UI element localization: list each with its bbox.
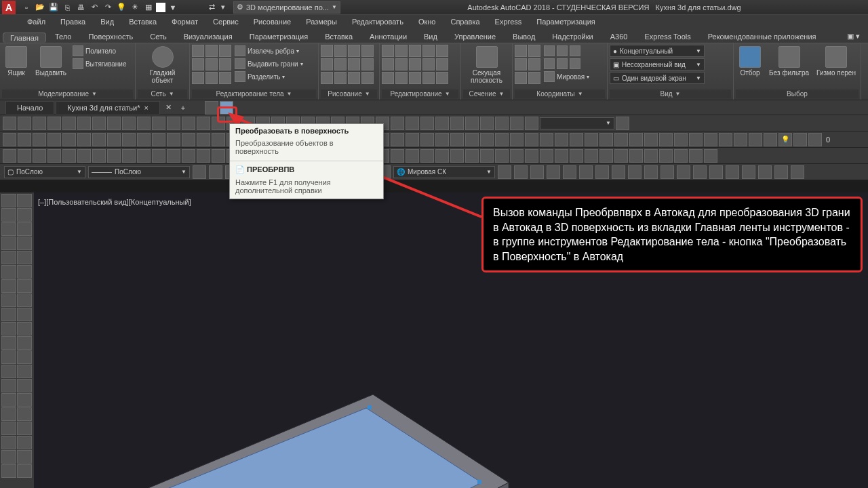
tb-icon[interactable] xyxy=(18,117,31,130)
tb-icon[interactable] xyxy=(644,149,658,163)
draw-tool-icon[interactable] xyxy=(17,222,32,236)
tb-icon[interactable] xyxy=(585,133,598,146)
tb-icon[interactable] xyxy=(167,149,180,163)
draw-tool-icon[interactable] xyxy=(1,208,16,222)
draw-icon[interactable] xyxy=(361,45,374,57)
tb-icon[interactable] xyxy=(212,149,225,163)
tab-insert[interactable]: Вставка xyxy=(317,30,361,43)
menu-modify[interactable]: Редактировать xyxy=(345,16,410,27)
tb-icon[interactable] xyxy=(18,149,31,163)
new-tab-button[interactable]: ✕ xyxy=(161,103,175,112)
draw-tool-icon[interactable] xyxy=(17,237,32,250)
tb-icon[interactable] xyxy=(420,149,434,163)
tb-icon[interactable] xyxy=(791,165,804,179)
tb-icon[interactable] xyxy=(33,149,46,163)
draw-tool-icon[interactable] xyxy=(17,379,32,392)
draw-tool-icon[interactable] xyxy=(1,237,16,250)
tb-icon[interactable] xyxy=(585,149,598,163)
mod-icon[interactable] xyxy=(422,72,435,84)
tb-icon[interactable] xyxy=(704,133,717,146)
draw-tool-icon[interactable] xyxy=(1,450,16,464)
nofilter-button[interactable]: Без фильтра xyxy=(766,45,812,78)
tb-icon[interactable] xyxy=(107,133,121,146)
tb-icon[interactable] xyxy=(167,117,180,130)
tb-icon[interactable] xyxy=(498,165,511,179)
tb-icon[interactable] xyxy=(599,149,613,163)
mod-icon[interactable] xyxy=(422,45,435,57)
qat-new-icon[interactable]: ▫ xyxy=(20,1,33,14)
tb-icon[interactable] xyxy=(62,117,76,130)
tb-icon[interactable] xyxy=(152,117,165,130)
tb-icon[interactable] xyxy=(391,117,404,130)
draw-icon[interactable] xyxy=(334,58,347,70)
app-logo[interactable]: A xyxy=(2,1,16,14)
draw-tool-icon[interactable] xyxy=(17,407,32,421)
menu-window[interactable]: Окно xyxy=(412,16,443,27)
ucs-icon[interactable] xyxy=(528,58,540,70)
tb-icon[interactable] xyxy=(510,149,524,163)
sun-icon[interactable]: ☀ xyxy=(129,1,141,14)
tb-icon[interactable] xyxy=(152,133,165,146)
tb-icon[interactable] xyxy=(137,149,151,163)
menu-format[interactable]: Формат xyxy=(165,16,205,27)
tb-icon[interactable] xyxy=(659,133,673,146)
tb-icon[interactable] xyxy=(435,149,449,163)
world-ucs[interactable]: Мировая▾ xyxy=(542,70,591,83)
draw-tool-icon[interactable] xyxy=(17,194,32,207)
tb-icon[interactable] xyxy=(660,165,674,179)
mod-icon[interactable] xyxy=(436,72,448,84)
draw-tool-icon[interactable] xyxy=(17,393,32,407)
qat-redo-icon[interactable]: ↷ xyxy=(102,1,114,14)
tb-icon[interactable] xyxy=(92,149,106,163)
draw-tool-icon[interactable] xyxy=(17,308,32,321)
tb-combo[interactable]: ▼ xyxy=(540,117,614,129)
tab-solid[interactable]: Тело xyxy=(47,30,80,43)
tb-icon[interactable] xyxy=(808,133,822,146)
tb-icon[interactable] xyxy=(540,133,553,146)
extract-edges-button[interactable]: Извлечь ребра▾ xyxy=(233,45,304,57)
tab-addins[interactable]: Надстройки xyxy=(544,30,601,43)
tb-icon[interactable] xyxy=(547,165,560,179)
tb-icon[interactable] xyxy=(628,165,642,179)
tb-icon[interactable] xyxy=(659,149,673,163)
qat-open-icon[interactable]: 📂 xyxy=(34,1,46,14)
tb-icon[interactable] xyxy=(62,149,76,163)
draw-tool-icon[interactable] xyxy=(17,450,32,464)
tb-icon[interactable] xyxy=(391,149,404,163)
ucs-icon[interactable] xyxy=(528,72,540,84)
draw-tool-icon[interactable] xyxy=(1,308,16,321)
tb-icon[interactable] xyxy=(579,165,593,179)
tb-icon[interactable] xyxy=(495,133,509,146)
se-icon[interactable] xyxy=(219,58,231,70)
tb-icon[interactable] xyxy=(570,133,583,146)
tb-icon[interactable] xyxy=(77,117,91,130)
draw-tool-icon[interactable] xyxy=(1,379,16,392)
draw-tool-icon[interactable] xyxy=(1,464,16,478)
draw-tool-icon[interactable] xyxy=(17,422,32,435)
draw-icon[interactable] xyxy=(348,58,360,70)
mod-icon[interactable] xyxy=(436,45,448,57)
tab-mesh[interactable]: Сеть xyxy=(142,30,174,43)
ucs-row[interactable] xyxy=(542,45,591,57)
tb-icon[interactable] xyxy=(391,133,404,146)
tb-icon[interactable] xyxy=(616,117,629,130)
tb-icon[interactable] xyxy=(689,133,703,146)
tb-icon[interactable] xyxy=(122,133,136,146)
tb-icon[interactable] xyxy=(3,117,16,130)
color-combo[interactable]: ▢ ПоСлою▼ xyxy=(4,166,85,178)
smooth-button[interactable]: Гладкий объект xyxy=(138,45,187,85)
menu-help[interactable]: Справка xyxy=(443,16,486,27)
tb-icon[interactable] xyxy=(167,133,180,146)
draw-tool-icon[interactable] xyxy=(17,293,32,307)
tab-view[interactable]: Вид xyxy=(416,30,446,43)
tb-icon[interactable] xyxy=(689,149,703,163)
mod-icon[interactable] xyxy=(382,72,394,84)
tab-visual[interactable]: Визуализация xyxy=(176,30,241,43)
tab-home[interactable]: Главная xyxy=(3,33,46,43)
draw-tool-icon[interactable] xyxy=(17,265,32,279)
draw-tool-icon[interactable] xyxy=(1,350,16,364)
qat-save-icon[interactable]: 💾 xyxy=(47,1,60,14)
se-icon[interactable] xyxy=(192,58,204,70)
tb-icon[interactable] xyxy=(122,149,136,163)
visual-style-combo[interactable]: ●Концептуальный▼ xyxy=(610,45,705,57)
